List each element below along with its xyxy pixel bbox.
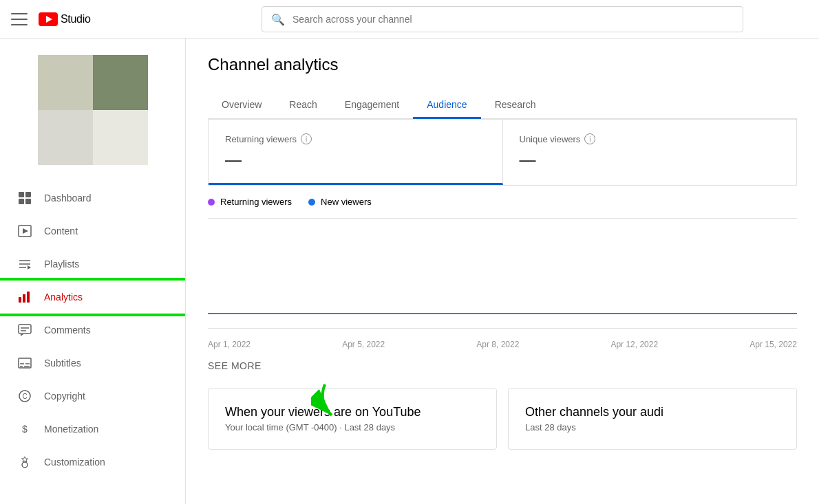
analytics-tabs: Overview Reach Engagement Audience Resea… — [208, 91, 797, 119]
playlists-label: Playlists — [44, 259, 79, 270]
tab-engagement[interactable]: Engagement — [331, 91, 413, 118]
svg-rect-12 — [19, 297, 21, 303]
legend-returning-viewers: Returning viewers — [208, 197, 292, 207]
svg-rect-15 — [19, 325, 31, 333]
main-content: Channel analytics Overview Reach Engagem… — [186, 39, 819, 504]
svg-marker-11 — [28, 265, 31, 270]
search-bar: 🔍 — [262, 6, 743, 32]
studio-label: Studio — [61, 13, 91, 25]
svg-rect-13 — [23, 294, 25, 303]
legend-returning-label: Returning viewers — [220, 197, 292, 207]
monetization-label: Monetization — [44, 424, 98, 435]
sidebar-item-comments[interactable]: Comments — [0, 314, 185, 347]
returning-viewers-label: Returning viewers i — [225, 133, 486, 144]
chart-label-0: Apr 1, 2022 — [208, 340, 251, 349]
sidebar: Dashboard Content Playlist — [0, 39, 186, 504]
playlists-icon — [17, 256, 33, 272]
avatar-area — [0, 44, 185, 182]
returning-viewers-value: — — [225, 150, 486, 169]
other-channels-card[interactable]: Other channels your audi Last 28 days — [508, 388, 797, 450]
svg-marker-7 — [23, 228, 28, 234]
customization-icon — [17, 454, 33, 470]
unique-viewers-value: — — [520, 150, 780, 169]
avatar-bl — [38, 110, 93, 165]
when-viewers-subtitle: Your local time (GMT -0400) · Last 28 da… — [225, 422, 480, 432]
dashboard-label: Dashboard — [44, 193, 92, 204]
chart-label-3: Apr 12, 2022 — [610, 340, 658, 349]
dashboard-icon — [17, 190, 33, 206]
svg-rect-2 — [19, 192, 24, 197]
tab-reach[interactable]: Reach — [275, 91, 330, 118]
sidebar-item-copyright[interactable]: C Copyright — [0, 380, 185, 413]
svg-rect-14 — [27, 292, 30, 303]
sidebar-item-content[interactable]: Content — [0, 215, 185, 248]
avatar-tl — [38, 55, 93, 110]
svg-point-27 — [22, 462, 28, 468]
legend-dot-blue — [308, 199, 315, 206]
sidebar-item-subtitles[interactable]: Subtitles — [0, 347, 185, 380]
svg-text:$: $ — [22, 424, 28, 435]
comments-label: Comments — [44, 325, 91, 336]
tab-research[interactable]: Research — [481, 91, 550, 118]
sidebar-item-customization[interactable]: Customization — [0, 446, 185, 479]
chart-line-returning — [208, 313, 797, 314]
avatar-tr — [93, 55, 148, 110]
other-channels-subtitle: Last 28 days — [525, 422, 780, 432]
subtitles-icon — [17, 355, 33, 371]
analytics-label: Analytics — [44, 292, 83, 303]
youtube-logo-icon — [39, 12, 58, 26]
content-label: Content — [44, 226, 78, 237]
stat-returning-viewers[interactable]: Returning viewers i — — [209, 120, 503, 185]
see-more-button[interactable]: SEE MORE — [208, 355, 797, 382]
subtitles-label: Subtitles — [44, 358, 81, 369]
sidebar-item-analytics[interactable]: Analytics — [0, 281, 185, 314]
sidebar-item-playlists[interactable]: Playlists — [0, 248, 185, 281]
unique-viewers-label: Unique viewers i — [520, 133, 780, 144]
when-viewers-title: When your viewers are on YouTube — [225, 405, 480, 419]
avatar-br — [93, 110, 148, 165]
returning-viewers-info-icon[interactable]: i — [301, 133, 312, 144]
chart-area — [208, 219, 797, 329]
sidebar-item-dashboard[interactable]: Dashboard — [0, 182, 185, 215]
channel-avatar — [38, 55, 148, 165]
svg-text:C: C — [23, 393, 28, 400]
monetization-icon: $ — [17, 421, 33, 437]
when-viewers-card[interactable]: When your viewers are on YouTube Your lo… — [208, 388, 497, 450]
chart-x-labels: Apr 1, 2022 Apr 5, 2022 Apr 8, 2022 Apr … — [208, 334, 797, 355]
svg-rect-3 — [25, 192, 31, 197]
comments-icon — [17, 322, 33, 338]
legend-dot-purple — [208, 199, 215, 206]
analytics-icon — [17, 289, 33, 305]
stat-unique-viewers[interactable]: Unique viewers i — — [503, 120, 797, 185]
svg-rect-4 — [19, 199, 24, 204]
other-channels-title: Other channels your audi — [525, 405, 780, 419]
chart-label-2: Apr 8, 2022 — [476, 340, 519, 349]
tab-overview[interactable]: Overview — [208, 91, 275, 118]
hamburger-menu-button[interactable] — [11, 11, 28, 28]
svg-rect-5 — [25, 199, 31, 204]
content-icon — [17, 223, 33, 239]
legend-new-label: New viewers — [321, 197, 372, 207]
tab-audience[interactable]: Audience — [413, 91, 480, 118]
search-icon: 🔍 — [271, 12, 285, 25]
copyright-icon: C — [17, 388, 33, 404]
search-input[interactable] — [262, 6, 743, 32]
sidebar-item-monetization[interactable]: $ Monetization — [0, 413, 185, 446]
customization-label: Customization — [44, 457, 105, 468]
header-left: Studio — [11, 11, 197, 28]
header: Studio 🔍 — [0, 0, 819, 39]
svg-marker-18 — [21, 334, 23, 336]
unique-viewers-info-icon[interactable]: i — [584, 133, 595, 144]
chart-legend: Returning viewers New viewers — [208, 186, 797, 219]
chart-wrapper: Apr 1, 2022 Apr 5, 2022 Apr 8, 2022 Apr … — [208, 219, 797, 355]
bottom-cards: When your viewers are on YouTube Your lo… — [208, 388, 797, 450]
stats-row: Returning viewers i — Unique viewers i — — [208, 119, 797, 186]
copyright-label: Copyright — [44, 391, 85, 402]
logo-area: Studio — [39, 12, 91, 26]
chart-label-1: Apr 5, 2022 — [342, 340, 385, 349]
chart-label-4: Apr 15, 2022 — [749, 340, 797, 349]
legend-new-viewers: New viewers — [308, 197, 372, 207]
bottom-section: When your viewers are on YouTube Your lo… — [208, 388, 797, 450]
main-layout: Dashboard Content Playlist — [0, 39, 819, 504]
page-title: Channel analytics — [208, 55, 797, 74]
